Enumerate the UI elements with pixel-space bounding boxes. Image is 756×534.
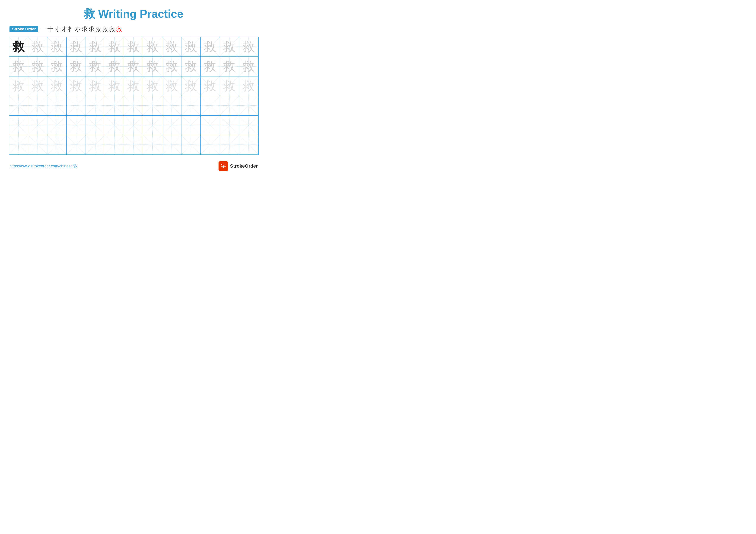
grid-cell-5-3[interactable] [47, 116, 67, 135]
char-very-faded: 救 [147, 80, 159, 92]
char-faded: 救 [204, 60, 216, 72]
svg-line-139 [86, 135, 105, 154]
grid-cell-4-9[interactable] [162, 96, 181, 115]
grid-cell-2-3[interactable]: 救 [47, 57, 67, 76]
grid-cell-4-8[interactable] [143, 96, 162, 115]
grid-cell-3-12[interactable]: 救 [220, 76, 239, 96]
grid-cell-3-10[interactable]: 救 [181, 76, 201, 96]
grid-cell-3-7[interactable]: 救 [124, 76, 143, 96]
svg-line-87 [86, 96, 105, 115]
grid-cell-4-7[interactable] [124, 96, 143, 115]
grid-cell-4-1[interactable] [9, 96, 28, 115]
grid-cell-5-6[interactable] [105, 116, 124, 135]
svg-line-110 [67, 116, 86, 135]
grid-cell-6-4[interactable] [67, 135, 86, 154]
grid-cell-2-10[interactable]: 救 [181, 57, 201, 76]
grid-cell-2-6[interactable]: 救 [105, 57, 124, 76]
grid-cell-3-8[interactable]: 救 [143, 76, 162, 96]
grid-cell-1-8[interactable]: 救 [143, 37, 162, 57]
grid-cell-5-1[interactable] [9, 116, 28, 135]
grid-row-4 [9, 96, 258, 116]
grid-cell-1-5[interactable]: 救 [86, 37, 105, 57]
grid-cell-4-13[interactable] [239, 96, 258, 115]
grid-cell-6-9[interactable] [162, 135, 181, 154]
char-very-faded: 救 [127, 80, 139, 92]
svg-line-141 [105, 135, 124, 154]
stroke-char-9: 救 [96, 25, 101, 33]
svg-line-146 [162, 135, 181, 154]
grid-cell-5-7[interactable] [124, 116, 143, 135]
grid-cell-2-1[interactable]: 救 [9, 57, 28, 76]
grid-cell-2-4[interactable]: 救 [67, 57, 86, 76]
grid-cell-6-10[interactable] [181, 135, 201, 154]
grid-cell-3-6[interactable]: 救 [105, 76, 124, 96]
grid-cell-6-3[interactable] [47, 135, 67, 154]
footer-url[interactable]: https://www.strokeorder.com/chinese/救 [10, 164, 78, 169]
svg-line-129 [239, 116, 258, 135]
grid-cell-5-11[interactable] [201, 116, 220, 135]
grid-cell-3-5[interactable]: 救 [86, 76, 105, 96]
grid-cell-6-6[interactable] [105, 135, 124, 154]
char-very-faded: 救 [89, 80, 101, 92]
grid-cell-1-13[interactable]: 救 [239, 37, 258, 57]
char-faded: 救 [204, 41, 216, 53]
svg-line-81 [28, 96, 47, 115]
grid-cell-5-9[interactable] [162, 116, 181, 135]
grid-cell-5-2[interactable] [28, 116, 47, 135]
grid-cell-1-7[interactable]: 救 [124, 37, 143, 57]
grid-cell-6-13[interactable] [239, 135, 258, 154]
grid-cell-2-2[interactable]: 救 [28, 57, 47, 76]
grid-cell-5-8[interactable] [143, 116, 162, 135]
grid-cell-3-3[interactable]: 救 [47, 76, 67, 96]
grid-cell-2-12[interactable]: 救 [220, 57, 239, 76]
grid-cell-6-12[interactable] [220, 135, 239, 154]
grid-cell-1-11[interactable]: 救 [201, 37, 220, 57]
grid-cell-5-4[interactable] [67, 116, 86, 135]
grid-cell-1-12[interactable]: 救 [220, 37, 239, 57]
grid-cell-3-9[interactable]: 救 [162, 76, 181, 96]
grid-cell-6-7[interactable] [124, 135, 143, 154]
grid-cell-4-12[interactable] [220, 96, 239, 115]
grid-cell-4-10[interactable] [181, 96, 201, 115]
grid-cell-4-11[interactable] [201, 96, 220, 115]
grid-cell-5-5[interactable] [86, 116, 105, 135]
grid-cell-3-1[interactable]: 救 [9, 76, 28, 96]
grid-cell-4-6[interactable] [105, 96, 124, 115]
grid-cell-3-13[interactable]: 救 [239, 76, 258, 96]
svg-line-128 [239, 116, 258, 135]
grid-cell-6-5[interactable] [86, 135, 105, 154]
grid-cell-6-11[interactable] [201, 135, 220, 154]
grid-cell-3-11[interactable]: 救 [201, 76, 220, 96]
grid-cell-3-4[interactable]: 救 [67, 76, 86, 96]
grid-cell-1-6[interactable]: 救 [105, 37, 124, 57]
grid-cell-2-13[interactable]: 救 [239, 57, 258, 76]
grid-cell-4-5[interactable] [86, 96, 105, 115]
grid-cell-1-2[interactable]: 救 [28, 37, 47, 57]
svg-line-122 [181, 116, 201, 135]
grid-cell-4-2[interactable] [28, 96, 47, 115]
svg-line-147 [162, 135, 181, 154]
grid-cell-5-10[interactable] [181, 116, 201, 135]
grid-cell-5-12[interactable] [220, 116, 239, 135]
svg-line-79 [9, 96, 28, 115]
grid-cell-6-1[interactable] [9, 135, 28, 154]
svg-line-95 [162, 96, 181, 115]
grid-cell-4-4[interactable] [67, 96, 86, 115]
grid-cell-2-5[interactable]: 救 [86, 57, 105, 76]
grid-cell-1-4[interactable]: 救 [67, 37, 86, 57]
grid-cell-6-8[interactable] [143, 135, 162, 154]
svg-line-83 [47, 96, 67, 115]
svg-line-101 [220, 96, 239, 115]
grid-cell-4-3[interactable] [47, 96, 67, 115]
grid-cell-2-7[interactable]: 救 [124, 57, 143, 76]
grid-cell-2-9[interactable]: 救 [162, 57, 181, 76]
grid-cell-1-10[interactable]: 救 [181, 37, 201, 57]
grid-cell-2-8[interactable]: 救 [143, 57, 162, 76]
grid-cell-6-2[interactable] [28, 135, 47, 154]
grid-cell-5-13[interactable] [239, 116, 258, 135]
grid-cell-2-11[interactable]: 救 [201, 57, 220, 76]
grid-cell-1-9[interactable]: 救 [162, 37, 181, 57]
grid-cell-3-2[interactable]: 救 [28, 76, 47, 96]
grid-cell-1-3[interactable]: 救 [47, 37, 67, 57]
grid-cell-1-1[interactable]: 救 [9, 37, 28, 57]
